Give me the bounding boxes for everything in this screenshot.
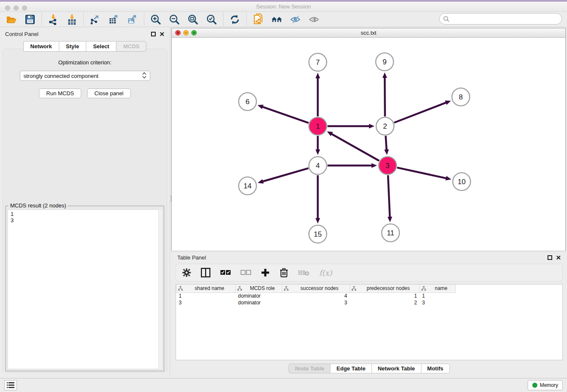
dropdown-stepper-icon: [142, 72, 146, 80]
column-type-icon: [284, 286, 289, 291]
tab-select[interactable]: Select: [86, 41, 116, 52]
zoom-in-icon[interactable]: [150, 14, 161, 25]
table-panel-float-button[interactable]: [548, 255, 552, 260]
maximize-window-button[interactable]: [22, 6, 27, 11]
delete-column-icon[interactable]: [298, 269, 310, 276]
mcds-result-text[interactable]: 1 3: [8, 210, 159, 369]
tab-edge-table[interactable]: Edge Table: [330, 364, 371, 373]
table-cell[interactable]: 1: [350, 293, 420, 299]
search-input[interactable]: [439, 13, 562, 25]
edge-2-9[interactable]: [385, 77, 385, 116]
table-cell[interactable]: dominator: [236, 293, 282, 299]
tab-motifs[interactable]: Motifs: [421, 364, 450, 373]
table-cell[interactable]: 3: [420, 299, 456, 306]
network-window-controls[interactable]: ✕ − +: [175, 30, 197, 36]
open-folder-icon[interactable]: [6, 14, 17, 25]
clone-network-icon[interactable]: [253, 14, 264, 25]
deselect-all-icon[interactable]: [240, 269, 251, 276]
tab-node-table[interactable]: Node Table: [289, 364, 330, 373]
network-canvas[interactable]: 7968124314101511: [172, 38, 565, 251]
table-cell[interactable]: 4: [282, 293, 350, 299]
table-cell[interactable]: 3: [282, 299, 350, 306]
table-cell[interactable]: 3: [176, 299, 236, 306]
minimize-window-button[interactable]: [14, 6, 19, 11]
tab-network[interactable]: Network: [23, 41, 59, 52]
result-scrollbar[interactable]: [159, 210, 162, 369]
save-icon[interactable]: [25, 14, 36, 25]
column-header-shared-name[interactable]: shared name: [176, 284, 236, 293]
close-panel-button[interactable]: Close panel: [87, 88, 131, 98]
import-network-icon[interactable]: [48, 14, 59, 25]
zoom-out-icon[interactable]: [169, 14, 180, 25]
function-icon[interactable]: f(x): [319, 268, 332, 277]
column-header-name[interactable]: name: [420, 284, 456, 293]
export-table-icon[interactable]: [108, 14, 119, 25]
edge-arrowhead: [316, 73, 320, 78]
export-network-icon[interactable]: [90, 14, 101, 25]
control-panel-title: Control Panel: [5, 31, 39, 37]
edge-1-6[interactable]: [262, 107, 308, 123]
zoom-fit-icon[interactable]: [187, 14, 198, 25]
graph-node-label: 1: [316, 122, 319, 130]
tab-mcds[interactable]: MCDS: [116, 41, 146, 52]
columns-icon[interactable]: [201, 268, 211, 278]
table-panel-title: Table Panel: [177, 254, 206, 261]
import-table-icon[interactable]: [66, 14, 77, 25]
graph-node-label: 15: [314, 230, 322, 238]
control-panel: Control Panel ✕ NetworkStyleSelectMCDS O…: [0, 28, 170, 376]
table-panel-close-button[interactable]: ✕: [556, 254, 561, 261]
table-cell[interactable]: 1: [420, 293, 456, 299]
window-controls[interactable]: [5, 6, 27, 11]
column-type-icon: [178, 286, 183, 291]
add-row-icon[interactable]: [261, 268, 270, 277]
column-header-MCDS-role[interactable]: MCDS role: [236, 284, 282, 293]
zoom-selected-icon[interactable]: [206, 14, 217, 25]
network-graph[interactable]: 7968124314101511: [172, 38, 565, 251]
edge-2-8[interactable]: [394, 102, 446, 123]
edge-3-11[interactable]: [388, 175, 390, 218]
settings-gear-icon[interactable]: [182, 268, 191, 277]
control-panel-close-button[interactable]: ✕: [159, 31, 165, 37]
edge-arrowhead: [445, 101, 451, 105]
export-image-icon[interactable]: [127, 14, 138, 25]
delete-row-icon[interactable]: [279, 268, 289, 278]
edge-3-10[interactable]: [397, 168, 446, 178]
network-minimize-button[interactable]: −: [183, 30, 189, 36]
optimization-criterion-label: Optimization criterion:: [3, 59, 167, 66]
column-header-predecessor-nodes[interactable]: predecessor nodes: [350, 284, 420, 293]
table-row[interactable]: 3dominator323: [176, 299, 456, 306]
control-panel-float-button[interactable]: [151, 32, 156, 36]
table-cell[interactable]: 2: [350, 299, 420, 306]
tab-style[interactable]: Style: [59, 41, 86, 52]
mcds-result-box: MCDS result (2 nodes) 1 3: [6, 206, 164, 371]
network-window-title: scc.txt: [361, 30, 377, 36]
select-all-icon[interactable]: [220, 269, 231, 276]
node-table: shared nameMCDS rolesuccessor nodesprede…: [176, 284, 563, 360]
optimization-criterion-dropdown[interactable]: strongly connected component: [20, 71, 150, 81]
graph-node-label: 2: [383, 122, 387, 130]
network-window-titlebar[interactable]: ✕ − + scc.txt: [172, 28, 565, 38]
edge-2-3[interactable]: [385, 136, 386, 150]
table-cell[interactable]: 1: [176, 293, 236, 299]
table-row[interactable]: 1dominator411: [176, 293, 456, 299]
table-toolbar: f(x): [176, 264, 563, 282]
homes-icon[interactable]: [271, 14, 282, 25]
show-eye-icon[interactable]: [308, 14, 319, 25]
network-view-window: ✕ − + scc.txt 7968124314101511: [171, 28, 566, 251]
table-panel-tabs: Node TableEdge TableNetwork TableMotifs: [171, 364, 567, 373]
task-history-button[interactable]: [4, 380, 17, 390]
close-window-button[interactable]: [5, 6, 10, 11]
table-cell[interactable]: dominator: [236, 299, 282, 306]
column-header-successor-nodes[interactable]: successor nodes: [282, 284, 350, 293]
edge-arrowhead: [388, 217, 392, 222]
network-close-button[interactable]: ✕: [175, 30, 181, 36]
hide-eye-icon[interactable]: [290, 14, 301, 25]
run-mcds-button[interactable]: Run MCDS: [39, 88, 81, 98]
edge-4-14[interactable]: [262, 168, 308, 182]
tab-network-table[interactable]: Network Table: [372, 364, 421, 373]
edge-3-1[interactable]: [331, 134, 379, 161]
refresh-icon[interactable]: [229, 14, 240, 25]
network-maximize-button[interactable]: +: [191, 30, 197, 36]
edge-arrowhead: [258, 179, 264, 184]
memory-button[interactable]: Memory: [528, 380, 563, 390]
